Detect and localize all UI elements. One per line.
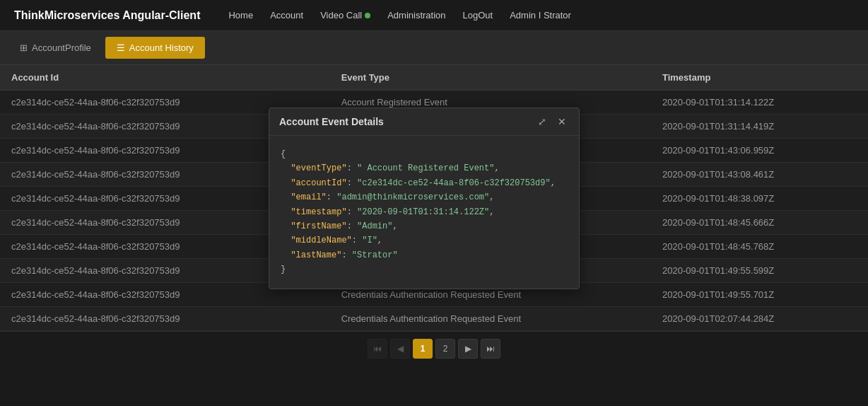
- header-timestamp: Timestamp: [651, 65, 868, 91]
- modal-close-button[interactable]: ✕: [555, 115, 569, 128]
- cell-timestamp: 2020-09-01T01:31:14.419Z: [651, 115, 868, 139]
- page-1-button[interactable]: 1: [413, 339, 433, 359]
- tab-account-profile[interactable]: ⊞ AccountProfile: [8, 37, 102, 59]
- page-last-button[interactable]: ⏭: [481, 339, 500, 359]
- tab-account-history-label: Account History: [129, 42, 194, 53]
- tab-account-profile-label: AccountProfile: [32, 42, 91, 53]
- nav-admin-strator[interactable]: Admin I Strator: [510, 10, 571, 21]
- nav-video-call[interactable]: Video Call: [320, 10, 370, 21]
- page-first-button[interactable]: ⏮: [368, 339, 387, 359]
- cell-account-id: c2e314dc-ce52-44aa-8f06-c32f320753d9: [0, 307, 330, 331]
- modal-title: Account Event Details: [279, 116, 384, 127]
- cell-event-type: Credentials Authentication Requested Eve…: [330, 307, 651, 331]
- cell-timestamp: 2020-09-01T01:48:45.666Z: [651, 211, 868, 235]
- cell-timestamp: 2020-09-01T02:07:44.284Z: [651, 307, 868, 331]
- page-next-button[interactable]: ▶: [458, 339, 478, 359]
- nav-links: Home Account Video Call Administration L…: [228, 10, 570, 21]
- nav-account[interactable]: Account: [270, 10, 303, 21]
- cell-timestamp: 2020-09-01T01:31:14.122Z: [651, 91, 868, 115]
- nav-logout[interactable]: LogOut: [463, 10, 493, 21]
- cell-timestamp: 2020-09-01T01:48:38.097Z: [651, 187, 868, 211]
- account-event-modal: Account Event Details ⤢ ✕ { "eventType":…: [269, 108, 580, 289]
- modal-body: { "eventType": " Account Registered Even…: [269, 136, 579, 289]
- modal-actions: ⤢ ✕: [535, 115, 569, 128]
- modal-content-text: { "eventType": " Account Registered Even…: [281, 149, 556, 274]
- nav-home[interactable]: Home: [228, 10, 253, 21]
- navbar: ThinkMicroservices Angular-Client Home A…: [0, 0, 868, 31]
- cell-timestamp: 2020-09-01T01:49:55.701Z: [651, 283, 868, 307]
- tabs-bar: ⊞ AccountProfile ☰ Account History: [0, 31, 868, 65]
- page-2-button[interactable]: 2: [435, 339, 455, 359]
- video-status-dot: [365, 13, 370, 18]
- page-prev-button[interactable]: ◀: [390, 339, 410, 359]
- cell-timestamp: 2020-09-01T01:43:08.461Z: [651, 163, 868, 187]
- grid-icon: ⊞: [20, 42, 28, 53]
- brand-title: ThinkMicroservices Angular-Client: [14, 9, 200, 22]
- cell-timestamp: 2020-09-01T01:48:45.768Z: [651, 235, 868, 259]
- table-row[interactable]: c2e314dc-ce52-44aa-8f06-c32f320753d9 Cre…: [0, 307, 868, 331]
- pagination: ⏮ ◀ 1 2 ▶ ⏭: [0, 331, 868, 366]
- tab-account-history[interactable]: ☰ Account History: [105, 37, 205, 59]
- cell-timestamp: 2020-09-01T01:49:55.599Z: [651, 259, 868, 283]
- main-content: Account Id Event Type Timestamp c2e314dc…: [0, 65, 868, 331]
- header-event-type: Event Type: [330, 65, 651, 91]
- list-icon: ☰: [117, 42, 125, 53]
- modal-expand-button[interactable]: ⤢: [535, 115, 549, 128]
- header-account-id: Account Id: [0, 65, 330, 91]
- cell-timestamp: 2020-09-01T01:43:06.959Z: [651, 139, 868, 163]
- table-header-row: Account Id Event Type Timestamp: [0, 65, 868, 91]
- modal-header: Account Event Details ⤢ ✕: [269, 108, 579, 136]
- nav-administration[interactable]: Administration: [387, 10, 445, 21]
